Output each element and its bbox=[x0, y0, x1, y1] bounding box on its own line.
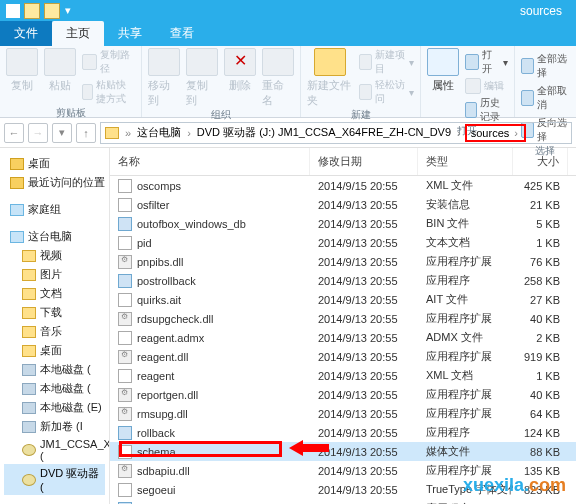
file-size: 5 KB bbox=[513, 216, 568, 232]
address-bar: ← → ▾ ↑ » 这台电脑 › DVD 驱动器 (J:) JM1_CCSA_X… bbox=[0, 118, 576, 148]
file-type: XML 文档 bbox=[418, 366, 513, 385]
tree-documents[interactable]: 文档 bbox=[4, 284, 105, 303]
file-name: rollback bbox=[137, 427, 175, 439]
tree-homegroup[interactable]: 家庭组 bbox=[4, 200, 105, 219]
file-name: reagent bbox=[137, 370, 174, 382]
address-path[interactable]: » 这台电脑 › DVD 驱动器 (J:) JM1_CCSA_X64FRE_ZH… bbox=[100, 122, 572, 144]
file-date: 2014/9/13 20:55 bbox=[310, 311, 418, 327]
tree-new[interactable]: 新加卷 (I bbox=[4, 417, 105, 436]
qat-icon[interactable] bbox=[24, 3, 40, 19]
tree-recent[interactable]: 最近访问的位置 bbox=[4, 173, 105, 192]
tab-home[interactable]: 主页 bbox=[52, 21, 104, 46]
file-name: sdbapiu.dll bbox=[137, 465, 190, 477]
tree-c[interactable]: 本地磁盘 ( bbox=[4, 360, 105, 379]
file-name: postrollback bbox=[137, 275, 196, 287]
file-icon bbox=[118, 198, 132, 212]
file-name: reagent.admx bbox=[137, 332, 204, 344]
nav-tree[interactable]: 桌面 最近访问的位置 家庭组 这台电脑 视频 图片 文档 下载 音乐 桌面 本地… bbox=[0, 148, 110, 504]
tree-downloads[interactable]: 下载 bbox=[4, 303, 105, 322]
file-row[interactable]: outofbox_windows_db2014/9/13 20:55BIN 文件… bbox=[110, 214, 576, 233]
qat-dropdown-icon[interactable]: ▾ bbox=[64, 3, 80, 19]
history-dropdown[interactable]: ▾ bbox=[52, 123, 72, 143]
file-icon bbox=[118, 464, 132, 478]
file-icon bbox=[118, 426, 132, 440]
tab-file[interactable]: 文件 bbox=[0, 21, 52, 46]
file-type: 文本文档 bbox=[418, 233, 513, 252]
file-icon bbox=[118, 483, 132, 497]
group-label: 剪贴板 bbox=[6, 106, 135, 122]
file-type: ADMX 文件 bbox=[418, 328, 513, 347]
crumb-pc[interactable]: 这台电脑 bbox=[135, 125, 183, 140]
file-type: BIN 文件 bbox=[418, 214, 513, 233]
up-button[interactable]: ↑ bbox=[76, 123, 96, 143]
file-icon bbox=[118, 217, 132, 231]
file-row[interactable]: rdsupgcheck.dll2014/9/13 20:55应用程序扩展40 K… bbox=[110, 309, 576, 328]
tree-music[interactable]: 音乐 bbox=[4, 322, 105, 341]
copyto-button[interactable]: 复制到 bbox=[186, 48, 218, 108]
back-button[interactable]: ← bbox=[4, 123, 24, 143]
file-row[interactable]: postrollback2014/9/13 20:55应用程序258 KB bbox=[110, 271, 576, 290]
file-name: rmsupg.dll bbox=[137, 408, 188, 420]
tree-desktop2[interactable]: 桌面 bbox=[4, 341, 105, 360]
forward-button[interactable]: → bbox=[28, 123, 48, 143]
file-row[interactable]: reportgen.dll2014/9/13 20:55应用程序扩展40 KB bbox=[110, 385, 576, 404]
file-name: pnpibs.dll bbox=[137, 256, 183, 268]
tree-pictures[interactable]: 图片 bbox=[4, 265, 105, 284]
properties-button[interactable]: 属性 bbox=[427, 48, 459, 124]
col-type[interactable]: 类型 bbox=[418, 148, 513, 175]
tree-desktop[interactable]: 桌面 bbox=[4, 154, 105, 173]
file-type: AIT 文件 bbox=[418, 290, 513, 309]
main-area: 桌面 最近访问的位置 家庭组 这台电脑 视频 图片 文档 下载 音乐 桌面 本地… bbox=[0, 148, 576, 504]
newfolder-button[interactable]: 新建文件夹 bbox=[307, 48, 352, 108]
rename-button[interactable]: 重命名 bbox=[262, 48, 294, 108]
file-size: 76 KB bbox=[513, 254, 568, 270]
file-row[interactable]: osfilter2014/9/13 20:55安装信息21 KB bbox=[110, 195, 576, 214]
select-all[interactable]: 全部选择 bbox=[521, 52, 570, 80]
crumb-dvd[interactable]: DVD 驱动器 (J:) JM1_CCSA_X64FRE_ZH-CN_DV9 bbox=[195, 125, 453, 140]
file-row[interactable]: rmsupg.dll2014/9/13 20:55应用程序扩展64 KB bbox=[110, 404, 576, 423]
col-date[interactable]: 修改日期 bbox=[310, 148, 418, 175]
file-row[interactable]: quirks.ait2014/9/13 20:55AIT 文件27 KB bbox=[110, 290, 576, 309]
file-date: 2014/9/13 20:55 bbox=[310, 444, 418, 460]
qat-icon[interactable] bbox=[44, 3, 60, 19]
file-icon bbox=[118, 388, 132, 402]
tree-d[interactable]: 本地磁盘 ( bbox=[4, 379, 105, 398]
tree-dvd[interactable]: DVD 驱动器 ( bbox=[4, 464, 105, 495]
file-row[interactable]: setup2014/9/13 20:55应用程序245 KB bbox=[110, 499, 576, 504]
file-row[interactable]: reagent.admx2014/9/13 20:55ADMX 文件2 KB bbox=[110, 328, 576, 347]
file-icon bbox=[118, 274, 132, 288]
file-row[interactable]: reagent.dll2014/9/13 20:55应用程序扩展919 KB bbox=[110, 347, 576, 366]
crumb-current-highlighted[interactable]: sources › bbox=[465, 124, 526, 142]
file-row[interactable]: pnpibs.dll2014/9/13 20:55应用程序扩展76 KB bbox=[110, 252, 576, 271]
ribbon-group-organize: 移动到 复制到 ✕删除 重命名 组织 bbox=[142, 46, 301, 117]
copy-button[interactable]: 复制 bbox=[6, 48, 38, 106]
column-headers[interactable]: 名称 修改日期 类型 大小 bbox=[110, 148, 576, 176]
delete-button[interactable]: ✕删除 bbox=[224, 48, 256, 108]
file-size: 919 KB bbox=[513, 349, 568, 365]
file-icon bbox=[118, 293, 132, 307]
paste-button[interactable]: 粘贴 bbox=[44, 48, 76, 106]
file-row[interactable]: reagent2014/9/13 20:55XML 文档1 KB bbox=[110, 366, 576, 385]
moveto-button[interactable]: 移动到 bbox=[148, 48, 180, 108]
file-icon bbox=[118, 445, 132, 459]
file-row[interactable]: rollback2014/9/13 20:55应用程序124 KB bbox=[110, 423, 576, 442]
file-date: 2014/9/13 20:55 bbox=[310, 273, 418, 289]
file-date: 2014/9/15 20:55 bbox=[310, 178, 418, 194]
file-list: 名称 修改日期 类型 大小 oscomps2014/9/15 20:55XML … bbox=[110, 148, 576, 504]
file-row[interactable]: schema2014/9/13 20:55媒体文件88 KB bbox=[110, 442, 576, 461]
col-size[interactable]: 大小 bbox=[513, 148, 568, 175]
file-row[interactable]: pid2014/9/13 20:55文本文档1 KB bbox=[110, 233, 576, 252]
tree-videos[interactable]: 视频 bbox=[4, 246, 105, 265]
tab-view[interactable]: 查看 bbox=[156, 21, 208, 46]
col-name[interactable]: 名称 bbox=[110, 148, 310, 175]
tree-e[interactable]: 本地磁盘 (E) bbox=[4, 398, 105, 417]
tree-jm[interactable]: JM1_CCSA_X6 ( bbox=[4, 436, 105, 464]
tab-share[interactable]: 共享 bbox=[104, 21, 156, 46]
file-row[interactable]: oscomps2014/9/15 20:55XML 文件425 KB bbox=[110, 176, 576, 195]
ribbon-group-new: 新建文件夹 新建项目 ▾ 轻松访问 ▾ 新建 bbox=[301, 46, 421, 117]
select-none[interactable]: 全部取消 bbox=[521, 84, 570, 112]
file-date: 2014/9/13 20:55 bbox=[310, 368, 418, 384]
tree-pc[interactable]: 这台电脑 bbox=[4, 227, 105, 246]
file-type: XML 文件 bbox=[418, 176, 513, 195]
file-date: 2014/9/13 20:55 bbox=[310, 197, 418, 213]
